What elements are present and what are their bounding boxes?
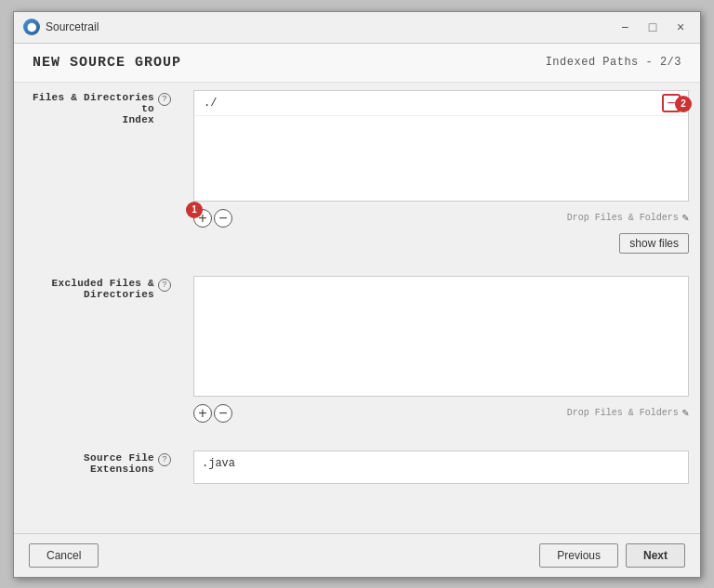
source-ext-value: .java <box>202 457 235 470</box>
files-label-line1: Files & Directories to <box>29 92 154 114</box>
footer: Cancel Previous Next <box>14 533 700 577</box>
source-extensions-section: Source File Extensions ? .java <box>14 443 700 491</box>
excluded-files-sidebar: Excluded Files & Directories ? <box>14 268 186 306</box>
maximize-button[interactable]: □ <box>642 17 663 37</box>
excluded-files-label-area: Excluded Files & Directories ? <box>14 268 186 306</box>
remove-file-button[interactable]: − <box>214 209 232 228</box>
add-excluded-button[interactable]: + <box>193 404 212 423</box>
excluded-toolbar-row: + − Drop Files & Folders ✎ <box>193 400 689 426</box>
excluded-label-line2: Directories <box>52 289 154 300</box>
files-label-line2: Index <box>29 114 154 125</box>
app-icon: ⬤ <box>23 19 40 35</box>
close-button[interactable]: × <box>670 17 691 37</box>
source-extensions-label-area: Source File Extensions ? <box>14 443 186 480</box>
next-button[interactable]: Next <box>626 543 685 568</box>
add-remove-buttons: 1 + − <box>193 209 232 228</box>
footer-right: Previous Next <box>539 543 685 568</box>
files-directories-sidebar: Files & Directories to Index ? <box>14 83 186 131</box>
sections-wrapper: Files & Directories to Index ? ./ 2 <box>14 83 700 533</box>
files-directories-label-area: Files & Directories to Index ? <box>14 83 186 131</box>
previous-button[interactable]: Previous <box>539 543 618 568</box>
badge-1: 1 <box>186 202 203 218</box>
source-ext-help-icon[interactable]: ? <box>158 453 171 466</box>
excluded-help-icon[interactable]: ? <box>158 279 171 292</box>
source-extensions-sidebar: Source File Extensions ? <box>14 443 186 480</box>
excluded-label-line1: Excluded Files & <box>52 278 154 289</box>
window-title: Sourcetrail <box>46 20 99 33</box>
excluded-files-field <box>193 276 689 397</box>
title-bar: ⬤ Sourcetrail − □ × <box>14 12 700 44</box>
page-title: NEW SOURCE GROUP <box>33 55 181 71</box>
minimize-button[interactable]: − <box>615 17 635 37</box>
drop-hint-excluded-text: Drop Files & Folders <box>567 408 679 418</box>
file-entry-row: ./ 2 − <box>194 91 688 116</box>
remove-excluded-button[interactable]: − <box>214 404 232 423</box>
cancel-button[interactable]: Cancel <box>29 543 99 568</box>
drop-hint-text: Drop Files & Folders <box>567 213 679 223</box>
drop-hint-excluded: Drop Files & Folders ✎ <box>567 406 689 420</box>
file-entry-value: ./ <box>198 93 684 113</box>
files-directories-field: ./ 2 − <box>193 90 689 202</box>
window-controls: − □ × <box>615 17 691 37</box>
show-files-button[interactable]: show files <box>619 233 689 254</box>
title-bar-left: ⬤ Sourcetrail <box>23 19 99 35</box>
source-extensions-field[interactable]: .java <box>193 451 689 484</box>
source-extensions-main: .java <box>186 443 700 491</box>
files-help-icon[interactable]: ? <box>158 93 171 106</box>
drop-hint-files: Drop Files & Folders ✎ <box>567 211 689 225</box>
excluded-files-main: + − Drop Files & Folders ✎ <box>186 268 700 436</box>
badge-2: 2 <box>675 96 692 112</box>
files-directories-section: Files & Directories to Index ? ./ 2 <box>14 83 700 261</box>
files-toolbar-row: 1 + − Drop Files & Folders ✎ <box>193 205 689 231</box>
excluded-add-remove-buttons: + − <box>193 404 232 423</box>
pencil-icon-excluded: ✎ <box>682 406 689 420</box>
main-window: ⬤ Sourcetrail − □ × NEW SOURCE GROUP Ind… <box>13 11 701 578</box>
pencil-icon-files: ✎ <box>682 211 689 225</box>
indexed-paths-label: Indexed Paths - 2/3 <box>546 56 681 69</box>
source-ext-label: Source File Extensions <box>29 452 154 475</box>
excluded-files-section: Excluded Files & Directories ? + − <box>14 268 700 436</box>
header-bar: NEW SOURCE GROUP Indexed Paths - 2/3 <box>14 44 700 83</box>
files-directories-main: ./ 2 − 1 <box>186 83 700 261</box>
